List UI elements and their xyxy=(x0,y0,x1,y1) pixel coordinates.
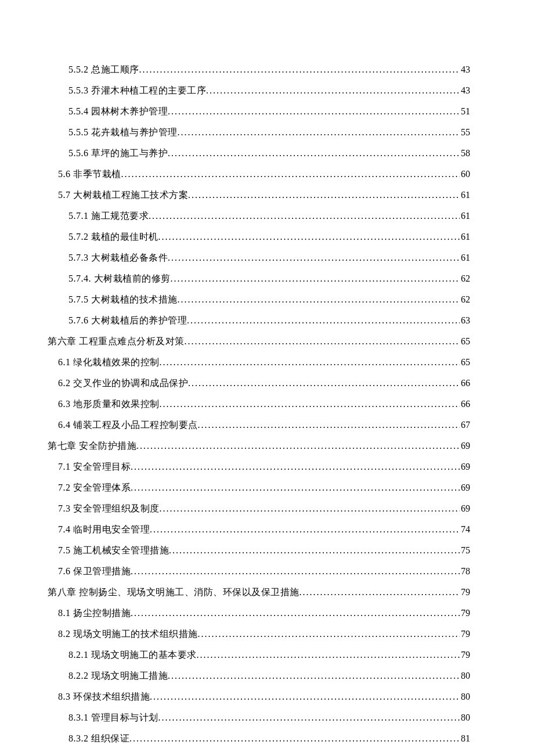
toc-entry[interactable]: 7.2 安全管理体系 69 xyxy=(48,482,470,494)
toc-leader-dots xyxy=(300,587,460,597)
toc-entry[interactable]: 6.2 交叉作业的协调和成品保护 66 xyxy=(48,377,470,390)
toc-entry[interactable]: 5.5.6 草坪的施工与养护58 xyxy=(48,147,470,160)
toc-entry[interactable]: 6.3 地形质量和效果控制 66 xyxy=(48,398,470,411)
toc-title-text: 5.7 大树栽植工程施工技术方案 xyxy=(58,189,188,201)
toc-entry[interactable]: 8.2 现场文明施工的技术组织措施 79 xyxy=(48,628,470,640)
toc-page-number: 62 xyxy=(461,273,470,284)
toc-page-number: 74 xyxy=(461,524,470,535)
toc-leader-dots xyxy=(188,190,460,200)
toc-leader-dots xyxy=(187,315,460,326)
toc-leader-dots xyxy=(150,692,460,702)
toc-page-number: 69 xyxy=(461,441,470,451)
toc-title-text: 5.6 非季节栽植 xyxy=(58,168,121,181)
toc-title-text: 5.7.3 大树栽植必备条件 xyxy=(68,252,168,264)
toc-title-text: 6.2 交叉作业的协调和成品保护 xyxy=(58,377,188,390)
toc-title-text: 7.4 临时用电安全管理 xyxy=(58,524,150,536)
toc-leader-dots xyxy=(160,503,460,514)
toc-leader-dots xyxy=(206,85,460,96)
toc-entry[interactable]: 8.3 环保技术组织措施 80 xyxy=(48,691,470,703)
toc-title-text: 7.5 施工机械安全管理措施 xyxy=(58,545,169,557)
toc-entry[interactable]: 6.1 绿化栽植效果的控制 65 xyxy=(48,357,470,369)
toc-entry[interactable]: 7.5 施工机械安全管理措施 75 xyxy=(48,545,470,557)
toc-page-number: 61 xyxy=(461,253,470,263)
toc-title-text: 8.3 环保技术组织措施 xyxy=(58,691,150,703)
toc-entry[interactable]: 5.7.1 施工规范要求61 xyxy=(48,210,470,222)
toc-leader-dots xyxy=(158,232,460,242)
toc-leader-dots xyxy=(131,566,460,577)
toc-leader-dots xyxy=(168,671,460,681)
toc-entry[interactable]: 6.4 铺装工程及小品工程控制要点 67 xyxy=(48,419,470,431)
toc-page-number: 66 xyxy=(461,399,470,409)
toc-entry[interactable]: 5.5.4 园林树木养护管理51 xyxy=(48,106,470,118)
toc-entry[interactable]: 第六章 工程重点难点分析及对策65 xyxy=(48,336,470,348)
toc-page-number: 79 xyxy=(461,629,470,639)
toc-entry[interactable]: 5.7.5 大树栽植的技术措施62 xyxy=(48,294,470,306)
toc-entry[interactable]: 8.2.2 现场文明施工措施80 xyxy=(48,670,470,682)
toc-leader-dots xyxy=(168,148,460,159)
toc-title-text: 5.5.5 花卉栽植与养护管理 xyxy=(68,127,178,139)
toc-leader-dots xyxy=(129,733,460,744)
toc-page-number: 43 xyxy=(461,64,470,75)
toc-page-number: 80 xyxy=(461,692,470,702)
toc-leader-dots xyxy=(136,441,460,451)
toc-entry[interactable]: 5.7 大树栽植工程施工技术方案 61 xyxy=(48,189,470,201)
toc-page-number: 78 xyxy=(461,566,470,577)
toc-title-text: 8.3.2 组织保证 xyxy=(68,733,129,745)
toc-title-text: 8.2 现场文明施工的技术组织措施 xyxy=(58,628,198,640)
toc-title-text: 5.7.4. 大树栽植前的修剪 xyxy=(68,273,171,285)
toc-entry[interactable]: 5.7.2 栽植的最佳时机61 xyxy=(48,231,470,243)
toc-entry[interactable]: 第七章 安全防护措施69 xyxy=(48,440,470,452)
toc-title-text: 6.4 铺装工程及小品工程控制要点 xyxy=(58,419,198,431)
toc-entry[interactable]: 7.4 临时用电安全管理 74 xyxy=(48,524,470,536)
toc-page-number: 75 xyxy=(461,545,470,556)
toc-title-text: 5.5.2 总施工顺序 xyxy=(68,64,139,76)
toc-entry[interactable]: 8.3.2 组织保证81 xyxy=(48,733,470,745)
toc-title-text: 8.3.1 管理目标与计划 xyxy=(68,712,158,724)
toc-page-number: 51 xyxy=(461,106,470,117)
toc-entry[interactable]: 第八章 控制扬尘、现场文明施工、消防、环保以及保卫措施79 xyxy=(48,586,470,599)
toc-entry[interactable]: 8.3.1 管理目标与计划80 xyxy=(48,712,470,724)
toc-leader-dots xyxy=(131,608,460,618)
toc-page-number: 79 xyxy=(461,650,470,660)
toc-leader-dots xyxy=(149,211,460,221)
toc-leader-dots xyxy=(131,462,460,472)
toc-leader-dots xyxy=(185,336,460,347)
toc-leader-dots xyxy=(168,253,460,263)
toc-entry[interactable]: 7.3 安全管理组织及制度 69 xyxy=(48,503,470,515)
toc-title-text: 8.2.1 现场文明施工的基本要求 xyxy=(68,649,197,661)
toc-entry[interactable]: 5.5.2 总施工顺序43 xyxy=(48,64,470,76)
toc-entry[interactable]: 7.6 保卫管理措施 78 xyxy=(48,566,470,578)
toc-title-text: 8.2.2 现场文明施工措施 xyxy=(68,670,168,682)
toc-page-number: 55 xyxy=(461,127,470,138)
toc-entry[interactable]: 5.7.3 大树栽植必备条件61 xyxy=(48,252,470,264)
toc-title-text: 6.1 绿化栽植效果的控制 xyxy=(58,357,160,369)
toc-entry[interactable]: 8.1 扬尘控制措施 79 xyxy=(48,607,470,620)
toc-entry[interactable]: 5.7.4. 大树栽植前的修剪 62 xyxy=(48,273,470,285)
toc-page-number: 58 xyxy=(461,148,470,159)
toc-title-text: 5.7.2 栽植的最佳时机 xyxy=(68,231,158,243)
toc-entry[interactable]: 8.2.1 现场文明施工的基本要求79 xyxy=(48,649,470,661)
toc-entry[interactable]: 5.5.5 花卉栽植与养护管理55 xyxy=(48,127,470,139)
toc-title-text: 5.7.6 大树栽植后的养护管理 xyxy=(68,315,187,327)
toc-title-text: 第六章 工程重点难点分析及对策 xyxy=(48,336,185,348)
toc-leader-dots xyxy=(198,420,460,430)
toc-leader-dots xyxy=(160,399,460,409)
toc-page-number: 80 xyxy=(461,712,470,723)
toc-page-number: 79 xyxy=(461,587,470,597)
toc-page-number: 63 xyxy=(461,315,470,326)
toc-leader-dots xyxy=(150,524,460,535)
toc-page-number: 69 xyxy=(461,462,470,472)
toc-title-text: 第七章 安全防护措施 xyxy=(48,440,136,452)
toc-entry[interactable]: 5.5.3 乔灌木种植工程的主要工序43 xyxy=(48,85,470,97)
toc-page-number: 81 xyxy=(461,733,470,744)
toc-title-text: 5.7.5 大树栽植的技术措施 xyxy=(68,294,178,306)
toc-title-text: 7.3 安全管理组织及制度 xyxy=(58,503,160,515)
toc-leader-dots xyxy=(121,169,460,179)
toc-entry[interactable]: 5.7.6 大树栽植后的养护管理63 xyxy=(48,315,470,327)
toc-entry[interactable]: 7.1 安全管理目标 69 xyxy=(48,461,470,473)
toc-entry[interactable]: 5.6 非季节栽植 60 xyxy=(48,168,470,181)
toc-title-text: 7.2 安全管理体系 xyxy=(58,482,131,494)
toc-leader-dots xyxy=(160,357,460,368)
toc-page-number: 61 xyxy=(461,211,470,221)
toc-leader-dots xyxy=(131,483,460,493)
